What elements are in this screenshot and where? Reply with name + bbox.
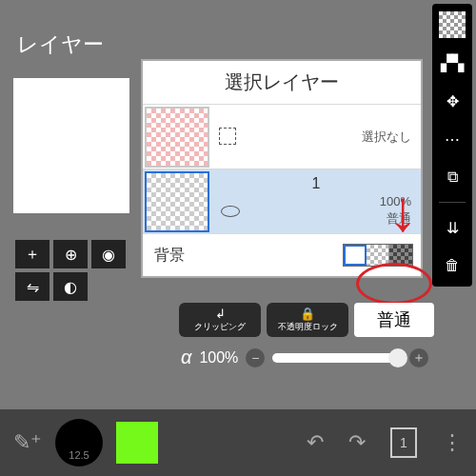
bg-swatch-transparent[interactable] xyxy=(367,245,389,266)
background-label: 背景 xyxy=(154,246,185,266)
more-icon[interactable]: ⋮ xyxy=(442,430,463,455)
bg-swatch-white[interactable] xyxy=(344,245,367,266)
alpha-value: 100% xyxy=(199,349,238,367)
expand-selection-icon[interactable]: ▞▚ xyxy=(437,48,467,78)
bg-swatch-dark[interactable] xyxy=(389,245,412,266)
redo-button[interactable]: ↷ xyxy=(348,430,366,455)
alpha-slider[interactable] xyxy=(272,353,402,363)
invert-button[interactable]: ◐ xyxy=(53,272,88,301)
right-toolbar: ▞▚ ✥ ⋯ ⧉ ⇊ 🗑 xyxy=(432,4,472,287)
brush-size-indicator[interactable]: 12.5 xyxy=(55,419,103,466)
layer-action-buttons: ＋ ⊕ ◉ ⇋ ◐ xyxy=(15,240,128,301)
layer-panel-header: 選択レイヤー xyxy=(143,61,421,105)
trash-icon[interactable]: 🗑 xyxy=(437,250,467,281)
layer-row[interactable]: 1 100% 普通 xyxy=(143,169,421,234)
alpha-label: α xyxy=(181,347,191,368)
color-swatch[interactable] xyxy=(116,422,158,464)
panel-title: レイヤー xyxy=(17,30,104,59)
undo-button[interactable]: ↶ xyxy=(307,430,324,455)
overflow-icon[interactable]: ⋯ xyxy=(437,124,467,154)
blend-mode-select[interactable]: 普通 xyxy=(354,303,434,337)
layer-blend: 普通 xyxy=(387,210,411,228)
background-swatches xyxy=(343,244,413,267)
layer-row[interactable]: 選択なし xyxy=(143,105,421,169)
brush-icon[interactable]: ✎⁺ xyxy=(13,430,42,455)
flip-h-button[interactable]: ⇋ xyxy=(15,272,50,301)
layer-name: 1 xyxy=(312,175,321,192)
layer-thumbnail xyxy=(145,107,209,168)
checker-toggle-button[interactable] xyxy=(437,10,467,40)
background-row: 背景 xyxy=(143,234,421,276)
alpha-lock-label: 不透明度ロック xyxy=(278,321,338,333)
flip-icon[interactable]: ⧉ xyxy=(437,162,467,192)
layer-count-button[interactable]: 1 xyxy=(390,427,417,458)
add-image-layer-button[interactable]: ⊕ xyxy=(53,240,88,268)
blend-mode-value: 普通 xyxy=(377,308,411,331)
alpha-slider-row: α 100% − ＋ xyxy=(181,347,428,368)
layer-thumbnail xyxy=(145,171,209,232)
camera-layer-button[interactable]: ◉ xyxy=(91,240,126,268)
layer-panel: 選択レイヤー 選択なし 1 100% 普通 背景 xyxy=(141,59,423,278)
lock-icon: 🔒 xyxy=(300,307,315,321)
clipping-label: クリッピング xyxy=(194,321,246,333)
layer-count-value: 1 xyxy=(400,435,407,450)
alpha-lock-button[interactable]: 🔒 不透明度ロック xyxy=(267,303,348,337)
merge-down-icon[interactable]: ⇊ xyxy=(437,212,467,243)
layer-option-buttons: ↲ クリッピング 🔒 不透明度ロック 普通 xyxy=(179,303,434,337)
layer-status: 選択なし xyxy=(362,129,411,146)
layer-panel-header-text: 選択レイヤー xyxy=(225,69,339,95)
clipping-button[interactable]: ↲ クリッピング xyxy=(179,303,261,337)
bottom-toolbar: ✎⁺ 12.5 ↶ ↷ 1 ⋮ xyxy=(0,409,476,476)
move-icon[interactable]: ✥ xyxy=(437,86,467,116)
canvas-preview[interactable] xyxy=(13,78,129,213)
alpha-decrease-button[interactable]: − xyxy=(246,348,265,367)
layer-opacity: 100% xyxy=(380,194,411,208)
clipping-icon: ↲ xyxy=(215,307,226,321)
brush-size-value: 12.5 xyxy=(69,449,89,461)
alpha-increase-button[interactable]: ＋ xyxy=(409,348,428,367)
alpha-slider-knob[interactable] xyxy=(388,348,407,367)
add-layer-button[interactable]: ＋ xyxy=(15,240,50,268)
